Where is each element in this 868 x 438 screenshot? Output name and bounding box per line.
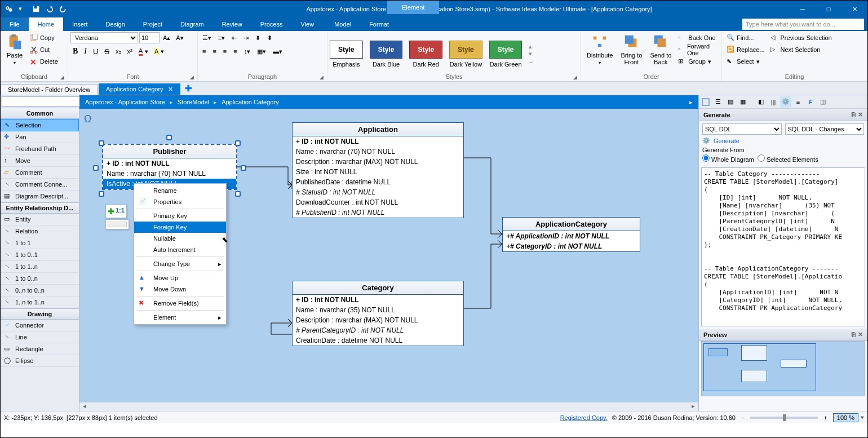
font-size-combo[interactable] [139, 32, 160, 43]
minimize-button[interactable]: ─ [790, 1, 816, 17]
bc-nav-icon[interactable]: ▸ [689, 99, 693, 106]
tool-1to1[interactable]: ⟍1 to 1 [1, 237, 79, 249]
increase-font-icon[interactable]: A▴ [161, 32, 172, 43]
pin-icon[interactable]: ⎘ [852, 331, 856, 338]
rp-tool1-icon[interactable] [700, 96, 711, 108]
forward-one-button[interactable]: ▫Forward One [676, 44, 719, 55]
entity-application[interactable]: Application + ID : int NOT NULL Name : n… [292, 122, 464, 218]
find-button[interactable]: 🔍Find... [724, 32, 767, 43]
ctx-changetype[interactable]: Change Type [134, 258, 226, 269]
ctx-rename[interactable]: Rename [134, 185, 226, 196]
hscroll-right-icon[interactable]: ▸ [688, 402, 698, 411]
align-center-button[interactable]: ≡ [210, 46, 218, 57]
ctx-foreignkey[interactable]: Foreign Key [134, 222, 226, 233]
align-left-button[interactable]: ≡ [200, 46, 208, 57]
ctx-autoinc[interactable]: Auto Increment [134, 244, 226, 255]
toolbox-category-erd[interactable]: Entity Relationship D... [1, 202, 79, 214]
strike-button[interactable]: S [102, 46, 112, 57]
indent-left-button[interactable]: ⇤ [229, 32, 239, 43]
delete-button[interactable]: ✕Delete [28, 56, 60, 67]
menu-review[interactable]: Review [213, 17, 251, 31]
sel-handle[interactable] [235, 140, 241, 146]
menu-file[interactable]: File [1, 17, 29, 31]
close-button[interactable]: ✕ [842, 1, 867, 17]
tool-move[interactable]: ↕Move [1, 155, 79, 167]
borders-button[interactable]: ▦▾ [255, 46, 268, 57]
copy-button[interactable]: Copy [28, 32, 60, 43]
rp-tool10-icon[interactable]: ◫ [817, 96, 829, 108]
menu-home[interactable]: Home [29, 17, 63, 31]
select-button[interactable]: ⬉Select ▾ [724, 56, 767, 67]
style-darkgreen[interactable]: Style [489, 41, 522, 59]
zoom-slider[interactable] [750, 417, 818, 419]
numbering-button[interactable]: ≡▾ [216, 32, 227, 43]
tool-entity[interactable]: ▭Entity [1, 214, 79, 225]
tool-0nto0n[interactable]: ⟍0..n to 0..n [1, 285, 79, 297]
tool-comment[interactable]: ▱Comment [1, 167, 79, 179]
bullets-button[interactable]: ☰▾ [200, 32, 214, 43]
tell-me-search[interactable]: Type here what you want to do... [742, 19, 864, 30]
font-color-button[interactable]: A▾ [136, 46, 150, 57]
style-darkyellow[interactable]: Style [449, 41, 482, 59]
hscroll-left-icon[interactable]: ◂ [79, 402, 90, 411]
bold-button[interactable]: B [70, 46, 80, 57]
menu-process[interactable]: Process [251, 17, 292, 31]
registered-link[interactable]: Registered Copy. [560, 414, 608, 421]
sel-handle[interactable] [166, 135, 172, 140]
tool-relation[interactable]: ⟍Relation [1, 225, 79, 237]
sel-handle[interactable] [235, 191, 241, 197]
tool-1to01[interactable]: ⟍1 to 0..1 [1, 249, 79, 261]
rp-tool2-icon[interactable]: ☰ [712, 96, 724, 108]
tool-freehand[interactable]: 〰Freehand Path [1, 143, 79, 155]
ctx-element[interactable]: Element [134, 312, 226, 323]
styles-dialog-icon[interactable]: ◢ [573, 74, 577, 80]
menu-model[interactable]: Model [325, 17, 360, 31]
bc-model[interactable]: StoreModel [178, 99, 209, 105]
paragraph-dialog-icon[interactable]: ◢ [320, 74, 324, 80]
prev-selection-button[interactable]: ◁Previous Selection [768, 32, 834, 43]
paste-button[interactable]: Paste▾ [3, 32, 26, 67]
menu-design[interactable]: Design [97, 17, 134, 31]
entity-applicationcategory[interactable]: ApplicationCategory +# ApplicationID : i… [502, 217, 640, 252]
clipboard-dialog-icon[interactable]: ◢ [60, 74, 64, 80]
valign-button[interactable]: ⬍ [253, 32, 263, 43]
ctx-primarykey[interactable]: Primary Key [134, 210, 226, 222]
rp-tool7-icon[interactable]: ⚙️ [780, 96, 791, 108]
superscript-button[interactable]: x² [125, 46, 135, 57]
style-darkred[interactable]: Style [409, 41, 442, 59]
doctab-appcategory[interactable]: Application Category✕ [99, 83, 180, 95]
doctab-storemodel[interactable]: StoreModel - Folder Overview [1, 84, 98, 95]
maximize-button[interactable]: □ [816, 1, 842, 17]
back-one-button[interactable]: ▫Back One [676, 32, 719, 43]
rp-tool5-icon[interactable]: ◧ [755, 96, 767, 108]
entity-quickbar2[interactable] [105, 219, 129, 229]
cardinality-label[interactable]: 1:1 [116, 207, 125, 216]
tool-1to1n[interactable]: ⟍1 to 1..n [1, 261, 79, 273]
pin-icon[interactable]: ⎘ [852, 111, 856, 118]
underline-button[interactable]: U [91, 46, 100, 57]
ddl-mode-combo[interactable]: SQL DDL - Changes [785, 123, 865, 135]
rp-tool3-icon[interactable]: ▤ [725, 96, 736, 108]
valign2-button[interactable]: ⬍ [265, 32, 274, 43]
tool-1nto1n[interactable]: ⟍1..n to 1..n [1, 297, 79, 308]
undo-icon[interactable] [46, 5, 54, 13]
tool-connector[interactable]: ⟋Connector [1, 320, 79, 331]
rp-tool4-icon[interactable]: ▦ [737, 96, 749, 108]
menu-format[interactable]: Format [360, 17, 398, 31]
replace-button[interactable]: 🔁Replace... [724, 44, 767, 55]
zoom-dropdown-icon[interactable]: ▾ [861, 414, 864, 421]
styles-up-icon[interactable]: ▴ [529, 43, 534, 50]
styles-down-icon[interactable]: ▾ [529, 50, 534, 57]
menu-diagram[interactable]: Diagram [171, 17, 213, 31]
toolbox-category-drawing[interactable]: Drawing [1, 308, 79, 320]
subscript-button[interactable]: x₂ [113, 46, 123, 57]
bring-front-button[interactable]: Bring to Front [617, 32, 645, 67]
zoom-in-icon[interactable]: + [823, 414, 827, 421]
panel-close-icon[interactable]: ✕ [858, 331, 863, 338]
bc-project[interactable]: Appstorex - Application Store [85, 99, 165, 105]
menu-project[interactable]: Project [134, 17, 171, 31]
indent-right-button[interactable]: ⇥ [241, 32, 251, 43]
sel-handle[interactable] [99, 191, 104, 197]
next-selection-button[interactable]: ▷Next Selection [768, 44, 834, 55]
ctx-removefields[interactable]: ✖Remove Field(s) [134, 298, 226, 309]
